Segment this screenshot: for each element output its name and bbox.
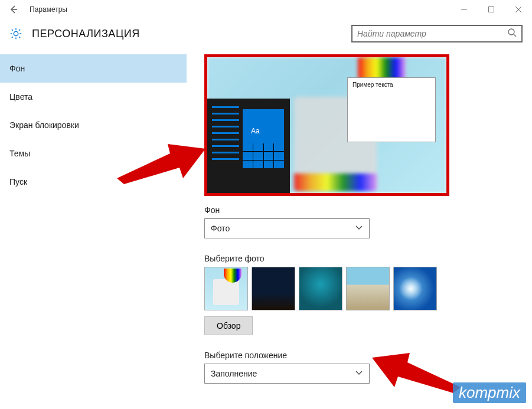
maximize-button[interactable]: [478, 0, 505, 19]
choose-photo-label: Выберите фото: [204, 254, 520, 263]
content: Aa Пример текста Фон Фото Выберите фото: [187, 54, 532, 404]
search-box[interactable]: [351, 25, 523, 42]
sidebar-item-lockscreen[interactable]: Экран блокировки: [0, 111, 187, 139]
fit-label: Выберите положение: [204, 351, 520, 360]
chevron-down-icon: [355, 223, 363, 234]
sidebar-item-label: Темы: [9, 149, 30, 158]
preview-tiles: Aa: [243, 109, 284, 168]
photo-thumb-5[interactable]: [393, 267, 437, 310]
back-button[interactable]: [0, 0, 27, 19]
sidebar-item-background[interactable]: Фон: [0, 54, 187, 83]
preview-tile-text: Aa: [251, 127, 260, 135]
back-arrow-icon: [9, 5, 18, 14]
svg-point-1: [508, 29, 514, 35]
sidebar-item-label: Цвета: [9, 92, 32, 102]
sidebar-item-colors[interactable]: Цвета: [0, 83, 187, 111]
titlebar: Параметры: [0, 0, 532, 19]
preview-sample-window: Пример текста: [347, 77, 436, 142]
desktop-preview: Aa Пример текста: [204, 54, 449, 196]
minimize-button[interactable]: [451, 0, 478, 19]
dropdown-value: Заполнение: [211, 369, 257, 378]
window-title: Параметры: [27, 5, 67, 14]
photo-thumb-1[interactable]: [204, 267, 248, 310]
photo-thumbnails: [204, 267, 520, 310]
preview-app-list: [212, 106, 239, 165]
browse-button[interactable]: Обзор: [204, 316, 253, 335]
maximize-icon: [488, 6, 495, 13]
photo-thumb-3[interactable]: [299, 267, 342, 310]
background-label: Фон: [204, 205, 520, 215]
search-input[interactable]: [357, 29, 507, 38]
svg-rect-0: [489, 7, 494, 12]
preview-sample-text: Пример текста: [348, 78, 435, 91]
fit-dropdown[interactable]: Заполнение: [204, 364, 370, 384]
photo-thumb-4[interactable]: [346, 267, 390, 310]
minimize-icon: [461, 6, 468, 13]
close-button[interactable]: [505, 0, 532, 19]
sidebar-item-label: Экран блокировки: [9, 120, 79, 130]
chevron-down-icon: [355, 368, 363, 379]
dropdown-value: Фото: [211, 224, 230, 233]
sidebar-item-label: Пуск: [9, 177, 27, 186]
sidebar-item-start[interactable]: Пуск: [0, 168, 187, 196]
page-heading: ПЕРСОНАЛИЗАЦИЯ: [32, 28, 140, 40]
close-icon: [515, 6, 522, 13]
preview-start-menu: Aa: [207, 99, 290, 193]
background-dropdown[interactable]: Фото: [204, 218, 370, 238]
sidebar-item-themes[interactable]: Темы: [0, 139, 187, 168]
watermark: kompmix: [453, 382, 526, 403]
search-icon: [507, 28, 517, 40]
gear-icon: [9, 27, 22, 40]
sidebar: Фон Цвета Экран блокировки Темы Пуск: [0, 54, 187, 404]
sidebar-item-label: Фон: [9, 64, 25, 73]
body: Фон Цвета Экран блокировки Темы Пуск: [0, 54, 532, 404]
browse-button-label: Обзор: [217, 321, 240, 331]
preview-tile-grid: [243, 143, 284, 168]
header: ПЕРСОНАЛИЗАЦИЯ: [0, 19, 532, 54]
window-controls: [451, 0, 532, 19]
photo-thumb-2[interactable]: [252, 267, 295, 310]
